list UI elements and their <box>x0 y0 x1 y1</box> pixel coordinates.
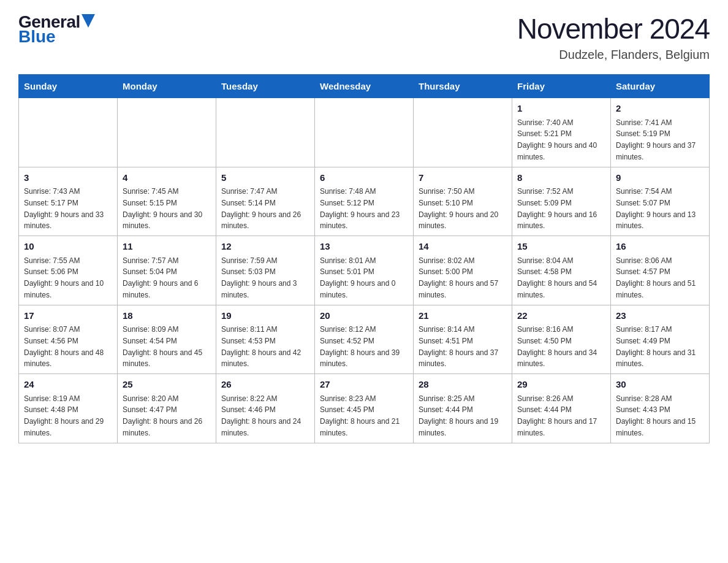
calendar-table: SundayMondayTuesdayWednesdayThursdayFrid… <box>18 74 710 443</box>
day-info: Sunrise: 8:23 AM Sunset: 4:45 PM Dayligh… <box>320 394 400 437</box>
calendar-day-cell: 14Sunrise: 8:02 AM Sunset: 5:00 PM Dayli… <box>414 236 512 305</box>
calendar-col-header: Thursday <box>414 75 512 98</box>
calendar-day-cell <box>118 98 216 167</box>
calendar-day-cell: 8Sunrise: 7:52 AM Sunset: 5:09 PM Daylig… <box>512 167 611 236</box>
day-info: Sunrise: 8:22 AM Sunset: 4:46 PM Dayligh… <box>221 394 301 437</box>
day-info: Sunrise: 8:02 AM Sunset: 5:00 PM Dayligh… <box>419 256 498 299</box>
day-info: Sunrise: 8:25 AM Sunset: 4:44 PM Dayligh… <box>419 394 498 437</box>
calendar-week-row: 17Sunrise: 8:07 AM Sunset: 4:56 PM Dayli… <box>19 305 710 374</box>
day-number: 7 <box>419 171 507 185</box>
calendar-day-cell: 22Sunrise: 8:16 AM Sunset: 4:50 PM Dayli… <box>512 305 611 374</box>
day-info: Sunrise: 7:47 AM Sunset: 5:14 PM Dayligh… <box>221 187 301 230</box>
calendar-day-cell: 4Sunrise: 7:45 AM Sunset: 5:15 PM Daylig… <box>118 167 216 236</box>
day-info: Sunrise: 7:41 AM Sunset: 5:19 PM Dayligh… <box>616 118 696 161</box>
calendar-day-cell: 18Sunrise: 8:09 AM Sunset: 4:54 PM Dayli… <box>118 305 216 374</box>
day-info: Sunrise: 8:26 AM Sunset: 4:44 PM Dayligh… <box>517 394 597 437</box>
calendar-week-row: 1Sunrise: 7:40 AM Sunset: 5:21 PM Daylig… <box>19 98 710 167</box>
day-number: 28 <box>419 378 507 392</box>
day-number: 20 <box>320 309 408 323</box>
calendar-day-cell: 30Sunrise: 8:28 AM Sunset: 4:43 PM Dayli… <box>611 374 710 443</box>
calendar-day-cell: 25Sunrise: 8:20 AM Sunset: 4:47 PM Dayli… <box>118 374 216 443</box>
calendar-day-cell: 23Sunrise: 8:17 AM Sunset: 4:49 PM Dayli… <box>611 305 710 374</box>
day-info: Sunrise: 7:57 AM Sunset: 5:04 PM Dayligh… <box>123 256 198 299</box>
calendar-col-header: Sunday <box>19 75 118 98</box>
calendar-day-cell: 27Sunrise: 8:23 AM Sunset: 4:45 PM Dayli… <box>315 374 414 443</box>
day-info: Sunrise: 7:55 AM Sunset: 5:06 PM Dayligh… <box>24 256 104 299</box>
day-number: 24 <box>24 378 112 392</box>
day-number: 17 <box>24 309 112 323</box>
day-number: 26 <box>221 378 309 392</box>
calendar-day-cell: 24Sunrise: 8:19 AM Sunset: 4:48 PM Dayli… <box>19 374 118 443</box>
day-info: Sunrise: 8:12 AM Sunset: 4:52 PM Dayligh… <box>320 325 400 368</box>
calendar-day-cell: 28Sunrise: 8:25 AM Sunset: 4:44 PM Dayli… <box>414 374 512 443</box>
logo-triangle-icon <box>82 14 95 28</box>
logo: General Blue <box>18 12 95 47</box>
calendar-day-cell: 17Sunrise: 8:07 AM Sunset: 4:56 PM Dayli… <box>19 305 118 374</box>
day-number: 14 <box>419 240 507 254</box>
day-number: 5 <box>221 171 309 185</box>
day-info: Sunrise: 7:59 AM Sunset: 5:03 PM Dayligh… <box>221 256 297 299</box>
calendar-week-row: 24Sunrise: 8:19 AM Sunset: 4:48 PM Dayli… <box>19 374 710 443</box>
logo-blue-text: Blue <box>18 27 56 47</box>
day-info: Sunrise: 7:45 AM Sunset: 5:15 PM Dayligh… <box>123 187 202 230</box>
calendar-day-cell <box>414 98 512 167</box>
day-number: 16 <box>616 240 704 254</box>
calendar-day-cell: 12Sunrise: 7:59 AM Sunset: 5:03 PM Dayli… <box>216 236 315 305</box>
calendar-day-cell: 3Sunrise: 7:43 AM Sunset: 5:17 PM Daylig… <box>19 167 118 236</box>
day-info: Sunrise: 8:17 AM Sunset: 4:49 PM Dayligh… <box>616 325 696 368</box>
day-number: 2 <box>616 102 704 116</box>
calendar-col-header: Wednesday <box>315 75 414 98</box>
calendar-day-cell <box>216 98 315 167</box>
calendar-day-cell: 29Sunrise: 8:26 AM Sunset: 4:44 PM Dayli… <box>512 374 611 443</box>
day-number: 27 <box>320 378 408 392</box>
calendar-day-cell: 10Sunrise: 7:55 AM Sunset: 5:06 PM Dayli… <box>19 236 118 305</box>
calendar-col-header: Saturday <box>611 75 710 98</box>
day-number: 15 <box>517 240 605 254</box>
day-number: 8 <box>517 171 605 185</box>
day-number: 25 <box>123 378 211 392</box>
day-info: Sunrise: 8:16 AM Sunset: 4:50 PM Dayligh… <box>517 325 597 368</box>
day-info: Sunrise: 7:52 AM Sunset: 5:09 PM Dayligh… <box>517 187 597 230</box>
calendar-week-row: 3Sunrise: 7:43 AM Sunset: 5:17 PM Daylig… <box>19 167 710 236</box>
day-number: 3 <box>24 171 112 185</box>
day-number: 21 <box>419 309 507 323</box>
calendar-day-cell: 9Sunrise: 7:54 AM Sunset: 5:07 PM Daylig… <box>611 167 710 236</box>
day-info: Sunrise: 8:09 AM Sunset: 4:54 PM Dayligh… <box>123 325 202 368</box>
calendar-week-row: 10Sunrise: 7:55 AM Sunset: 5:06 PM Dayli… <box>19 236 710 305</box>
day-info: Sunrise: 7:48 AM Sunset: 5:12 PM Dayligh… <box>320 187 400 230</box>
svg-marker-0 <box>82 14 95 28</box>
calendar-day-cell <box>315 98 414 167</box>
day-number: 22 <box>517 309 605 323</box>
day-info: Sunrise: 8:06 AM Sunset: 4:57 PM Dayligh… <box>616 256 696 299</box>
day-number: 1 <box>517 102 605 116</box>
day-info: Sunrise: 8:20 AM Sunset: 4:47 PM Dayligh… <box>123 394 202 437</box>
calendar-day-cell: 16Sunrise: 8:06 AM Sunset: 4:57 PM Dayli… <box>611 236 710 305</box>
calendar-day-cell: 19Sunrise: 8:11 AM Sunset: 4:53 PM Dayli… <box>216 305 315 374</box>
day-info: Sunrise: 7:43 AM Sunset: 5:17 PM Dayligh… <box>24 187 104 230</box>
day-info: Sunrise: 8:01 AM Sunset: 5:01 PM Dayligh… <box>320 256 395 299</box>
day-number: 12 <box>221 240 309 254</box>
calendar-day-cell: 26Sunrise: 8:22 AM Sunset: 4:46 PM Dayli… <box>216 374 315 443</box>
day-number: 19 <box>221 309 309 323</box>
calendar-col-header: Monday <box>118 75 216 98</box>
day-number: 13 <box>320 240 408 254</box>
day-number: 29 <box>517 378 605 392</box>
location-subtitle: Dudzele, Flanders, Belgium <box>517 48 710 62</box>
day-info: Sunrise: 8:04 AM Sunset: 4:58 PM Dayligh… <box>517 256 597 299</box>
calendar-day-cell: 11Sunrise: 7:57 AM Sunset: 5:04 PM Dayli… <box>118 236 216 305</box>
calendar-col-header: Friday <box>512 75 611 98</box>
calendar-day-cell: 1Sunrise: 7:40 AM Sunset: 5:21 PM Daylig… <box>512 98 611 167</box>
calendar-day-cell: 5Sunrise: 7:47 AM Sunset: 5:14 PM Daylig… <box>216 167 315 236</box>
calendar-day-cell <box>19 98 118 167</box>
calendar-col-header: Tuesday <box>216 75 315 98</box>
page-header: General Blue November 2024 Dudzele, Flan… <box>18 12 710 62</box>
day-info: Sunrise: 8:28 AM Sunset: 4:43 PM Dayligh… <box>616 394 696 437</box>
calendar-day-cell: 13Sunrise: 8:01 AM Sunset: 5:01 PM Dayli… <box>315 236 414 305</box>
day-info: Sunrise: 8:07 AM Sunset: 4:56 PM Dayligh… <box>24 325 104 368</box>
day-info: Sunrise: 7:54 AM Sunset: 5:07 PM Dayligh… <box>616 187 696 230</box>
calendar-header-row: SundayMondayTuesdayWednesdayThursdayFrid… <box>19 75 710 98</box>
calendar-day-cell: 7Sunrise: 7:50 AM Sunset: 5:10 PM Daylig… <box>414 167 512 236</box>
day-number: 11 <box>123 240 211 254</box>
day-number: 30 <box>616 378 704 392</box>
day-number: 10 <box>24 240 112 254</box>
